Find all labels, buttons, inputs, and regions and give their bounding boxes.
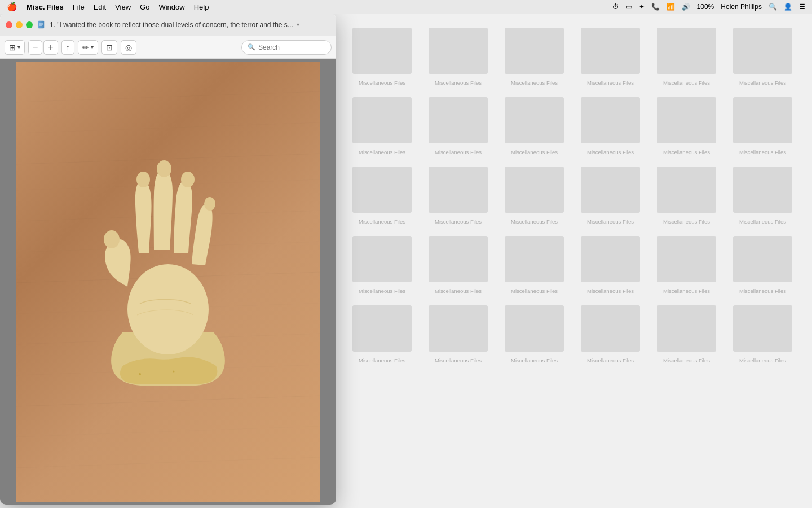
grid-cell[interactable] [725,161,801,216]
grid-cell[interactable] [496,22,572,77]
minimize-button[interactable] [16,21,23,28]
grid-cell[interactable] [572,230,648,285]
grid-cell[interactable] [496,300,572,354]
zoom-out-button[interactable]: − [28,40,42,55]
zoom-in-button[interactable]: + [43,40,58,55]
pdf-viewer-window: 1. "I wanted the book to reflect those d… [0,14,336,505]
thumb-label: Miscellaneous Files [587,218,634,225]
svg-point-11 [204,197,215,211]
titlebar: 1. "I wanted the book to reflect those d… [0,14,336,36]
grid-cell[interactable] [648,22,725,77]
grid-cell[interactable] [725,22,801,77]
thumb-label: Miscellaneous Files [359,288,405,294]
user-name: Helen Phillips [721,3,762,11]
close-button[interactable] [6,21,12,28]
svg-point-8 [136,172,150,187]
traffic-lights [6,21,33,28]
menubar-right: ⏱ ▭ ✦ 📞 📶 🔊 100% Helen Phillips 🔍 👤 ☰ [612,3,805,11]
document-icon [37,20,46,29]
thumb-label: Miscellaneous Files [435,357,482,364]
view-dropdown-icon: ▾ [17,44,20,50]
circle-button[interactable]: ◎ [121,40,136,55]
share-button[interactable]: ↑ [61,40,74,55]
copy-button[interactable]: ⊡ [102,40,117,55]
menubar-edit[interactable]: Edit [94,3,106,11]
thumb-label: Miscellaneous Files [587,357,634,364]
menubar-go[interactable]: Go [140,3,149,11]
svg-point-6 [127,264,209,354]
grid-cell[interactable] [496,230,572,285]
grid-cell[interactable] [572,22,648,77]
grid-cell[interactable] [648,300,725,354]
grid-cell[interactable] [725,300,801,354]
thumb-label: Miscellaneous Files [511,218,558,225]
svg-point-13 [173,371,175,373]
thumb-label: Miscellaneous Files [663,357,710,364]
menubar-help[interactable]: Help [194,3,209,11]
menubar-window[interactable]: Window [158,3,184,11]
user-icon[interactable]: 👤 [784,3,792,11]
search-menubar-icon[interactable]: 🔍 [769,3,777,11]
thumb-label: Miscellaneous Files [739,357,786,364]
thumb-label: Miscellaneous Files [663,288,710,294]
menubar-view[interactable]: View [115,3,131,11]
grid-cell[interactable] [420,91,496,146]
grid-cell[interactable] [725,91,801,146]
grid-cell[interactable] [496,91,572,146]
view-toggle-button[interactable]: ⊞ ▾ [5,40,25,55]
thumb-label: Miscellaneous Files [587,149,634,155]
thumb-label: Miscellaneous Files [359,357,405,364]
control-center-icon: ✦ [639,3,645,11]
grid-cell[interactable] [420,22,496,77]
airplay-icon: ▭ [626,3,632,11]
thumb-label: Miscellaneous Files [587,80,634,86]
thumb-label: Miscellaneous Files [511,80,558,86]
battery-label: 100% [697,3,714,11]
grid-cell[interactable] [572,161,648,216]
titlebar-center: 1. "I wanted the book to reflect those d… [37,20,330,29]
thumb-label: Miscellaneous Files [663,80,710,86]
grid-cell[interactable] [344,22,420,77]
annotate-button[interactable]: ✏ ▾ [78,40,98,55]
svg-point-12 [139,373,141,375]
svg-point-10 [181,172,195,187]
zoom-out-icon: − [33,42,38,52]
grid-cell[interactable] [344,161,420,216]
grid-cell[interactable] [344,91,420,146]
grid-cell[interactable] [420,230,496,285]
grid-cell[interactable] [648,161,725,216]
menubar-file[interactable]: File [73,3,85,11]
maximize-button[interactable] [26,21,33,28]
annotate-group: ✏ ▾ [78,40,98,55]
page-background [16,62,320,502]
thumb-label: Miscellaneous Files [739,149,786,155]
main-content: Miscellaneous Files Miscellaneous Files … [0,14,812,508]
grid-cell[interactable] [344,230,420,285]
grid-cell[interactable] [572,91,648,146]
svg-point-7 [104,230,120,248]
search-box[interactable]: 🔍 [241,40,332,55]
grid-cell[interactable] [420,300,496,354]
grid-cell[interactable] [344,300,420,354]
search-input[interactable] [258,43,325,51]
grid-cell[interactable] [648,230,725,285]
hamburger-icon[interactable]: ☰ [799,3,805,11]
annotate-dropdown-icon: ▾ [91,44,94,50]
pdf-content [0,59,336,505]
thumb-label: Miscellaneous Files [663,149,710,155]
view-toggle-group: ⊞ ▾ [5,40,25,55]
svg-point-9 [157,160,171,177]
grid-cell[interactable] [420,161,496,216]
menubar-app-name[interactable]: Misc. Files [27,3,64,11]
time-history-icon: ⏱ [612,3,619,11]
thumb-label: Miscellaneous Files [359,218,405,225]
thumb-label: Miscellaneous Files [739,288,786,294]
menubar: 🍎 Misc. Files File Edit View Go Window H… [0,0,812,14]
apple-logo-icon[interactable]: 🍎 [7,2,17,12]
grid-cell[interactable] [572,300,648,354]
grid-cell[interactable] [496,161,572,216]
wifi-icon: 📶 [667,3,675,11]
grid-cell[interactable] [648,91,725,146]
grid-cell[interactable] [725,230,801,285]
thumb-label: Miscellaneous Files [511,288,558,294]
